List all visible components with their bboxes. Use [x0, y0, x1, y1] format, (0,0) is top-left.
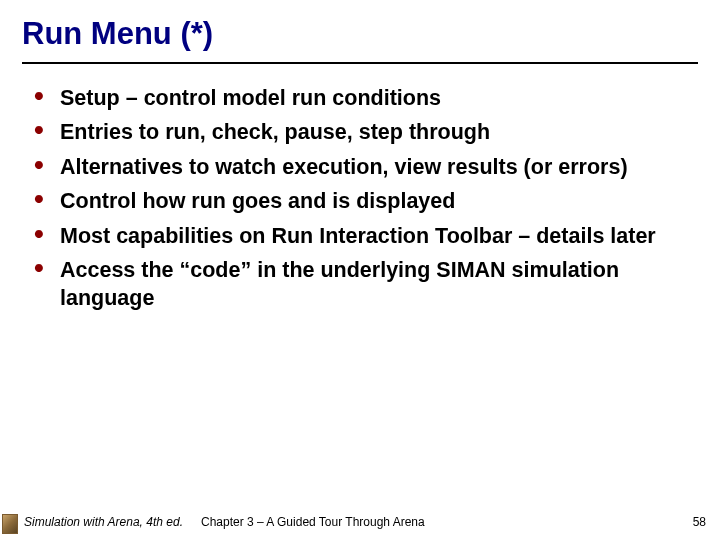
slide: Run Menu (*) Setup – control model run c…: [0, 0, 720, 540]
slide-title: Run Menu (*): [22, 16, 698, 52]
list-item: Setup – control model run conditions: [34, 84, 698, 112]
footer: Simulation with Arena, 4th ed. Chapter 3…: [0, 510, 720, 534]
book-icon: [2, 514, 18, 534]
list-item: Alternatives to watch execution, view re…: [34, 153, 698, 181]
title-underline: [22, 62, 698, 64]
list-item: Control how run goes and is displayed: [34, 187, 698, 215]
list-item: Entries to run, check, pause, step throu…: [34, 118, 698, 146]
page-number: 58: [693, 515, 706, 529]
list-item: Most capabilities on Run Interaction Too…: [34, 222, 698, 250]
footer-left-text: Simulation with Arena, 4th ed.: [24, 515, 183, 529]
list-item: Access the “code” in the underlying SIMA…: [34, 256, 698, 313]
bullet-list: Setup – control model run conditions Ent…: [22, 84, 698, 313]
footer-center-text: Chapter 3 – A Guided Tour Through Arena: [201, 515, 425, 529]
